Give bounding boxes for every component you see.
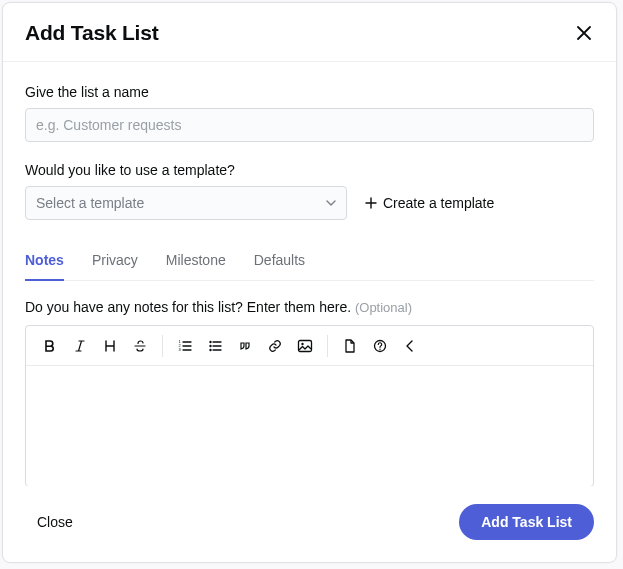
bold-icon[interactable] <box>36 332 64 360</box>
notes-editor: 123 <box>25 325 594 486</box>
ordered-list-icon[interactable]: 123 <box>171 332 199 360</box>
add-task-list-button[interactable]: Add Task List <box>459 504 594 540</box>
notes-textarea[interactable] <box>26 366 593 482</box>
image-icon[interactable] <box>291 332 319 360</box>
svg-text:3: 3 <box>179 347 182 352</box>
template-select[interactable]: Select a template <box>25 186 347 220</box>
svg-rect-6 <box>299 340 312 351</box>
name-label: Give the list a name <box>25 84 594 100</box>
close-button[interactable]: Close <box>25 506 85 538</box>
modal-body: Give the list a name Would you like to u… <box>3 62 616 486</box>
svg-point-5 <box>209 348 211 350</box>
unordered-list-icon[interactable] <box>201 332 229 360</box>
italic-icon[interactable] <box>66 332 94 360</box>
toolbar-separator <box>327 335 328 357</box>
tab-privacy[interactable]: Privacy <box>92 242 138 280</box>
create-template-button[interactable]: Create a template <box>365 195 494 211</box>
template-label: Would you like to use a template? <box>25 162 594 178</box>
tab-milestone[interactable]: Milestone <box>166 242 226 280</box>
notes-optional: (Optional) <box>355 300 412 315</box>
editor-toolbar: 123 <box>26 326 593 366</box>
tab-notes[interactable]: Notes <box>25 242 64 280</box>
create-template-label: Create a template <box>383 195 494 211</box>
help-icon[interactable] <box>366 332 394 360</box>
link-icon[interactable] <box>261 332 289 360</box>
svg-point-3 <box>209 340 211 342</box>
close-icon[interactable] <box>574 23 594 43</box>
template-select-placeholder: Select a template <box>36 195 144 211</box>
tab-defaults[interactable]: Defaults <box>254 242 305 280</box>
chevron-down-icon <box>326 200 336 206</box>
add-task-list-modal: Add Task List Give the list a name Would… <box>2 2 617 563</box>
svg-point-7 <box>301 342 303 344</box>
list-name-input[interactable] <box>25 108 594 142</box>
quote-icon[interactable] <box>231 332 259 360</box>
plus-icon <box>365 197 377 209</box>
svg-point-9 <box>379 348 380 349</box>
strikethrough-icon[interactable] <box>126 332 154 360</box>
heading-icon[interactable] <box>96 332 124 360</box>
svg-point-4 <box>209 344 211 346</box>
tabs: Notes Privacy Milestone Defaults <box>25 242 594 281</box>
notes-label-text: Do you have any notes for this list? Ent… <box>25 299 351 315</box>
modal-title: Add Task List <box>25 21 159 45</box>
notes-label: Do you have any notes for this list? Ent… <box>25 299 594 315</box>
toolbar-separator <box>162 335 163 357</box>
chevron-left-icon[interactable] <box>396 332 424 360</box>
modal-header: Add Task List <box>3 3 616 62</box>
file-icon[interactable] <box>336 332 364 360</box>
modal-footer: Close Add Task List <box>3 486 616 562</box>
